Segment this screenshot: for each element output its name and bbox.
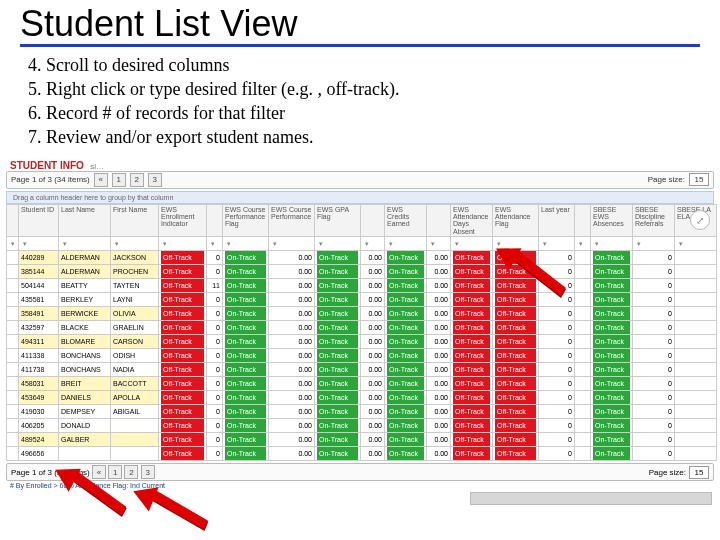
column-header[interactable]: [575, 204, 591, 236]
column-filter-cell[interactable]: ▾: [315, 237, 361, 251]
cell: Off-Track: [451, 447, 493, 461]
pager-page-3-b[interactable]: 3: [141, 465, 155, 479]
page-size-value-b[interactable]: 15: [689, 466, 709, 479]
column-header[interactable]: Last Name: [59, 204, 111, 236]
cell: On-Track: [385, 391, 427, 405]
cell: 0.00: [361, 447, 385, 461]
column-header[interactable]: Last year: [539, 204, 575, 236]
table-row[interactable]: 489524GALBEROff-Track0On-Track0.00On-Tra…: [7, 433, 717, 447]
pager-top: Page 1 of 3 (34 items) « 1 2 3 Page size…: [6, 171, 714, 189]
column-filter-cell[interactable]: ▾: [675, 237, 717, 251]
column-filter-cell[interactable]: ▾: [207, 237, 223, 251]
column-filter-cell[interactable]: ▾: [385, 237, 427, 251]
table-row[interactable]: 494311BLOMARECARSONOff-Track0On-Track0.0…: [7, 335, 717, 349]
cell: Off-Track: [451, 405, 493, 419]
column-filter-cell[interactable]: ▾: [633, 237, 675, 251]
column-header[interactable]: [427, 204, 451, 236]
column-header[interactable]: EWS GPA Flag: [315, 204, 361, 236]
cell: On-Track: [385, 251, 427, 265]
cell: On-Track: [385, 447, 427, 461]
cell: Off-Track: [159, 363, 207, 377]
instruction-6: 6. Record # of records for that filter: [28, 101, 692, 125]
column-filter-cell[interactable]: ▾: [19, 237, 59, 251]
table-row[interactable]: 440289ALDERMANJACKSONOff-Track0On-Track0…: [7, 251, 717, 265]
column-header[interactable]: First Name: [111, 204, 159, 236]
column-filter-cell[interactable]: ▾: [7, 237, 19, 251]
table-row[interactable]: 419030DEMPSEYABIGAILOff-Track0On-Track0.…: [7, 405, 717, 419]
column-header[interactable]: EWS Course Performance Flag: [223, 204, 269, 236]
page-size-value[interactable]: 15: [689, 173, 709, 186]
pager-page-1[interactable]: 1: [112, 173, 126, 187]
column-filter-cell[interactable]: ▾: [493, 237, 539, 251]
table-row[interactable]: 496656Off-Track0On-Track0.00On-Track0.00…: [7, 447, 717, 461]
cell: On-Track: [385, 405, 427, 419]
table-row[interactable]: 411738BONCHANSNADIAOff-Track0On-Track0.0…: [7, 363, 717, 377]
column-filter-cell[interactable]: ▾: [59, 237, 111, 251]
column-filter-cell[interactable]: ▾: [591, 237, 633, 251]
cell: On-Track: [385, 363, 427, 377]
column-header[interactable]: Student ID: [19, 204, 59, 236]
cell: On-Track: [315, 419, 361, 433]
pager-page-2[interactable]: 2: [130, 173, 144, 187]
column-header[interactable]: SBESE Discipline Referrals: [633, 204, 675, 236]
pager-first-icon-b[interactable]: «: [92, 465, 106, 479]
table-row[interactable]: 458031BREITBACCOTTOff-Track0On-Track0.00…: [7, 377, 717, 391]
column-filter-cell[interactable]: ▾: [539, 237, 575, 251]
cell: [7, 321, 19, 335]
column-header[interactable]: EWS Attendance Days Absent: [451, 204, 493, 236]
cell: [675, 349, 717, 363]
column-header[interactable]: EWS Attendance Flag: [493, 204, 539, 236]
cell: CARSON: [111, 335, 159, 349]
cell: 0.00: [361, 419, 385, 433]
cell: 504144: [19, 279, 59, 293]
cell: TAYTEN: [111, 279, 159, 293]
cell: On-Track: [315, 279, 361, 293]
cell: Off-Track: [493, 391, 539, 405]
cell: 0.00: [361, 321, 385, 335]
column-header[interactable]: [7, 204, 19, 236]
table-row[interactable]: 504144BEATTYTAYTENOff-Track11On-Track0.0…: [7, 279, 717, 293]
column-filter-cell[interactable]: ▾: [427, 237, 451, 251]
column-header[interactable]: EWS Course Performance: [269, 204, 315, 236]
column-filter-cell[interactable]: ▾: [451, 237, 493, 251]
column-header[interactable]: [207, 204, 223, 236]
table-row[interactable]: 432597BLACKEGRAELINOff-Track0On-Track0.0…: [7, 321, 717, 335]
table-row[interactable]: 453649DANIELSAPOLLAOff-Track0On-Track0.0…: [7, 391, 717, 405]
group-by-bar[interactable]: Drag a column header here to group by th…: [6, 191, 714, 204]
column-filter-cell[interactable]: ▾: [575, 237, 591, 251]
table-row[interactable]: 385144ALDERMANPROCHENOff-Track0On-Track0…: [7, 265, 717, 279]
cell: Off-Track: [493, 363, 539, 377]
pager-page-3[interactable]: 3: [148, 173, 162, 187]
cell: 0.00: [269, 391, 315, 405]
pager-page-2-b[interactable]: 2: [124, 465, 138, 479]
column-header[interactable]: EWS Enrollment Indicator: [159, 204, 207, 236]
cell: 0: [633, 447, 675, 461]
column-header[interactable]: EWS Credits Earned: [385, 204, 427, 236]
cell: On-Track: [591, 391, 633, 405]
table-row[interactable]: 411338BONCHANSODISHOff-Track0On-Track0.0…: [7, 349, 717, 363]
cell: Off-Track: [159, 279, 207, 293]
column-filter-cell[interactable]: ▾: [269, 237, 315, 251]
column-header[interactable]: [361, 204, 385, 236]
cell: 0.00: [269, 251, 315, 265]
cell: [675, 377, 717, 391]
column-filter-cell[interactable]: ▾: [111, 237, 159, 251]
table-row[interactable]: 406205DONALDOff-Track0On-Track0.00On-Tra…: [7, 419, 717, 433]
table-row[interactable]: 358491BERWICKEOLIVIAOff-Track0On-Track0.…: [7, 307, 717, 321]
column-header[interactable]: SBESE EWS Absences: [591, 204, 633, 236]
cell: 0: [633, 293, 675, 307]
page-title: Student List View: [0, 0, 720, 44]
column-filter-cell[interactable]: ▾: [361, 237, 385, 251]
column-filter-cell[interactable]: ▾: [223, 237, 269, 251]
cell: On-Track: [591, 321, 633, 335]
cell: 411338: [19, 349, 59, 363]
table-row[interactable]: 435581BERKLEYLAYNIOff-Track0On-Track0.00…: [7, 293, 717, 307]
cell: 0.00: [427, 251, 451, 265]
cell: 0.00: [269, 405, 315, 419]
pager-page-1-b[interactable]: 1: [108, 465, 122, 479]
horizontal-scrollbar[interactable]: [470, 492, 712, 505]
column-filter-cell[interactable]: ▾: [159, 237, 207, 251]
pager-first-icon[interactable]: «: [94, 173, 108, 187]
chart-icon[interactable]: ⤢: [690, 210, 710, 230]
cell: 0: [207, 251, 223, 265]
